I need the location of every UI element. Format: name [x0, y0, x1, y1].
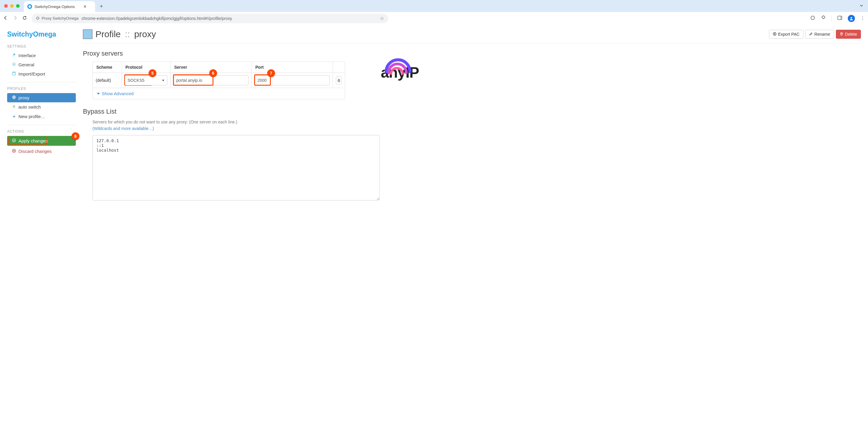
proxy-table: Scheme Protocol Server Port (default) 5 …: [92, 62, 345, 99]
url-text: chrome-extension://padekgcemlokbadohgkif…: [82, 16, 377, 21]
nav-back-icon[interactable]: [3, 16, 8, 22]
col-port: Port: [252, 62, 333, 72]
svg-rect-11: [338, 80, 340, 82]
show-advanced-link[interactable]: Show Advanced: [93, 88, 345, 99]
bypass-list-heading: Bypass List: [83, 108, 861, 115]
sidebar-item-new-profile[interactable]: ＋ New profile…: [7, 112, 76, 121]
sidebar-item-label: Import/Export: [19, 71, 45, 77]
tab-favicon-icon: [27, 4, 32, 9]
sidebar-section-actions: ACTIONS: [7, 129, 76, 134]
sidebar-section-settings: SETTINGS: [7, 44, 76, 49]
header-buttons: Export PAC Rename Delete: [769, 30, 861, 39]
discard-changes-button[interactable]: Discard changes: [7, 146, 76, 156]
profiles-list: proxy auto switch ＋ New profile…: [7, 93, 76, 121]
port-input[interactable]: [255, 75, 330, 85]
sidebar-item-interface[interactable]: Interface: [7, 51, 76, 60]
apply-label: Apply changes: [19, 138, 48, 143]
page: SwitchyOmega SETTINGS Interface General …: [0, 25, 868, 439]
bookmark-star-icon[interactable]: ☆: [380, 16, 384, 21]
anyip-logo: anyIP: [381, 64, 446, 81]
extension-chip: Proxy SwitchyOmega: [36, 16, 79, 21]
lock-icon: [337, 79, 341, 82]
server-input[interactable]: [174, 75, 249, 85]
protocol-select[interactable]: SOCKS5: [125, 75, 167, 85]
close-tab-icon[interactable]: ✕: [83, 4, 87, 9]
scheme-cell: (default): [93, 73, 122, 88]
table-row: (default) 5 SOCKS5 6: [93, 73, 345, 88]
sidebar-item-label: New profile…: [19, 114, 45, 119]
annotation-badge-5: 5: [149, 69, 156, 77]
bypass-wildcards-link[interactable]: (Wildcards and more available…): [92, 126, 154, 131]
export-pac-button[interactable]: Export PAC: [769, 30, 804, 39]
window-controls: [4, 4, 20, 8]
sidebar-item-proxy[interactable]: proxy: [7, 93, 76, 102]
sidebar-section-profiles: PROFILES: [7, 87, 76, 91]
toolbar-divider: [831, 16, 832, 22]
close-window-icon[interactable]: [4, 4, 8, 8]
server-cell: 6: [170, 73, 252, 88]
profile-avatar-icon[interactable]: [848, 15, 855, 22]
cancel-icon: [12, 149, 16, 154]
sidebar-item-label: auto switch: [19, 105, 41, 110]
col-scheme: Scheme: [93, 62, 122, 72]
lock-cell: [333, 73, 345, 88]
settings-list: Interface General Import/Export: [7, 51, 76, 79]
sidebar-item-import-export[interactable]: Import/Export: [7, 69, 76, 79]
page-title: Profile :: proxy: [95, 29, 156, 39]
col-protocol: Protocol: [122, 62, 170, 72]
pencil-icon: [809, 32, 813, 36]
plus-icon: ＋: [12, 114, 16, 119]
table-header-row: Scheme Protocol Server Port: [93, 62, 345, 73]
nav-forward-icon[interactable]: [12, 16, 18, 22]
sidebar: SwitchyOmega SETTINGS Interface General …: [0, 25, 76, 439]
sidebar-item-label: General: [19, 62, 34, 67]
main-content: Profile :: proxy Export PAC Rename: [76, 25, 868, 439]
svg-point-0: [811, 16, 814, 20]
svg-rect-2: [840, 16, 842, 20]
col-actions: [333, 62, 345, 72]
sidebar-item-autoswitch[interactable]: auto switch: [7, 102, 76, 112]
port-cell: 7: [252, 73, 333, 88]
sidebar-item-label: Interface: [19, 53, 36, 58]
trash-icon: [840, 32, 843, 36]
auth-lock-button[interactable]: [336, 76, 342, 85]
apply-changes-button[interactable]: Apply changes: [7, 136, 76, 146]
maximize-window-icon[interactable]: [16, 4, 20, 8]
minimize-window-icon[interactable]: [10, 4, 14, 8]
switchyomega-ext-icon[interactable]: [810, 15, 815, 22]
globe-icon: [12, 95, 16, 100]
toolbar-right-icons: ⋮: [810, 15, 865, 22]
titlebar: SwitchyOmega Options ✕ ＋: [0, 0, 868, 12]
extension-name: Proxy SwitchyOmega: [42, 16, 79, 21]
kebab-menu-icon[interactable]: ⋮: [860, 16, 865, 21]
sidebar-divider: [7, 82, 75, 82]
address-bar[interactable]: Proxy SwitchyOmega chrome-extension://pa…: [32, 14, 388, 23]
profile-color-swatch[interactable]: [83, 29, 92, 39]
rename-button[interactable]: Rename: [805, 30, 834, 39]
extensions-icon[interactable]: [821, 15, 826, 22]
retweet-icon: [12, 105, 16, 110]
tab-title: SwitchyOmega Options: [34, 4, 75, 9]
download-icon: [773, 32, 776, 36]
annotation-badge-8: 8: [72, 133, 80, 140]
tabs-dropdown-icon[interactable]: [860, 4, 863, 8]
discard-label: Discard changes: [19, 149, 52, 154]
browser-chrome: SwitchyOmega Options ✕ ＋ Proxy SwitchyOm…: [0, 0, 868, 25]
save-icon: [12, 71, 16, 77]
apply-wrapper: 8 Apply changes: [7, 136, 76, 146]
browser-tab[interactable]: SwitchyOmega Options ✕: [24, 1, 95, 12]
sidepanel-icon[interactable]: [837, 15, 842, 22]
annotation-badge-7: 7: [267, 69, 275, 77]
sidebar-divider: [7, 125, 75, 125]
reload-icon[interactable]: [22, 16, 27, 22]
delete-button[interactable]: Delete: [836, 30, 861, 39]
chevron-down-icon: [97, 93, 100, 95]
puzzle-icon: [36, 17, 40, 21]
new-tab-icon[interactable]: ＋: [99, 2, 104, 9]
bypass-textarea[interactable]: [92, 135, 380, 201]
proxy-servers-heading: Proxy servers: [83, 50, 861, 57]
gear-icon: [12, 62, 16, 67]
sidebar-item-general[interactable]: General: [7, 60, 76, 69]
svg-point-4: [13, 64, 14, 65]
svg-point-3: [851, 17, 852, 19]
